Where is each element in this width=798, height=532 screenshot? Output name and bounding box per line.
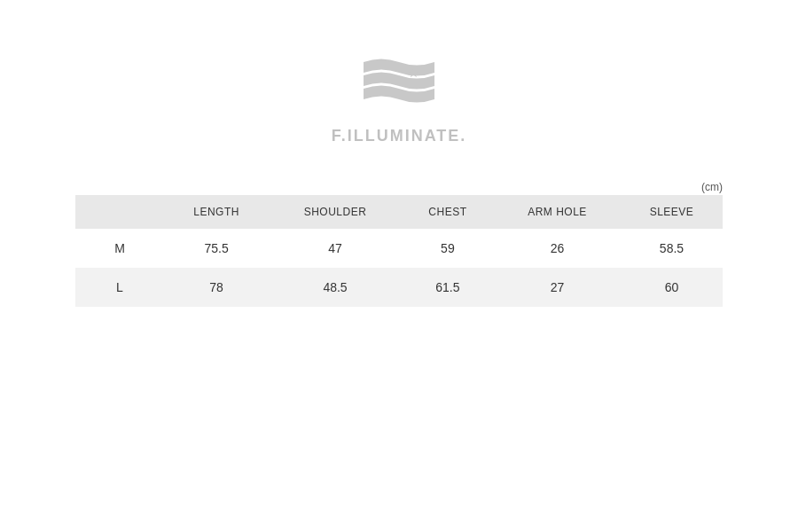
col-header-size <box>75 195 164 229</box>
size-table: LENGTH SHOULDER CHEST ARM HOLE SLEEVE M7… <box>75 195 723 307</box>
col-header-sleeve: SLEEVE <box>621 195 723 229</box>
table-cell-0-4: 26 <box>494 229 621 268</box>
table-cell-1-1: 78 <box>164 268 269 307</box>
table-row: L7848.561.52760 <box>75 268 723 307</box>
brand-logo <box>350 49 448 120</box>
col-header-chest: CHEST <box>402 195 494 229</box>
table-cell-0-3: 59 <box>402 229 494 268</box>
table-header-row: LENGTH SHOULDER CHEST ARM HOLE SLEEVE <box>75 195 723 229</box>
col-header-shoulder: SHOULDER <box>269 195 402 229</box>
table-cell-0-1: 75.5 <box>164 229 269 268</box>
table-cell-0-0: M <box>75 229 164 268</box>
table-cell-1-5: 60 <box>621 268 723 307</box>
table-row: M75.547592658.5 <box>75 229 723 268</box>
table-cell-1-0: L <box>75 268 164 307</box>
table-cell-0-2: 47 <box>269 229 402 268</box>
unit-label: (cm) <box>75 181 723 193</box>
col-header-armhole: ARM HOLE <box>494 195 621 229</box>
col-header-length: LENGTH <box>164 195 269 229</box>
table-cell-1-2: 48.5 <box>269 268 402 307</box>
table-cell-0-5: 58.5 <box>621 229 723 268</box>
size-chart-section: (cm) LENGTH SHOULDER CHEST ARM HOLE SLEE… <box>75 181 723 307</box>
logo-section: F.ILLUMINATE. <box>332 49 467 145</box>
table-cell-1-3: 61.5 <box>402 268 494 307</box>
table-cell-1-4: 27 <box>494 268 621 307</box>
brand-name: F.ILLUMINATE. <box>332 127 467 145</box>
